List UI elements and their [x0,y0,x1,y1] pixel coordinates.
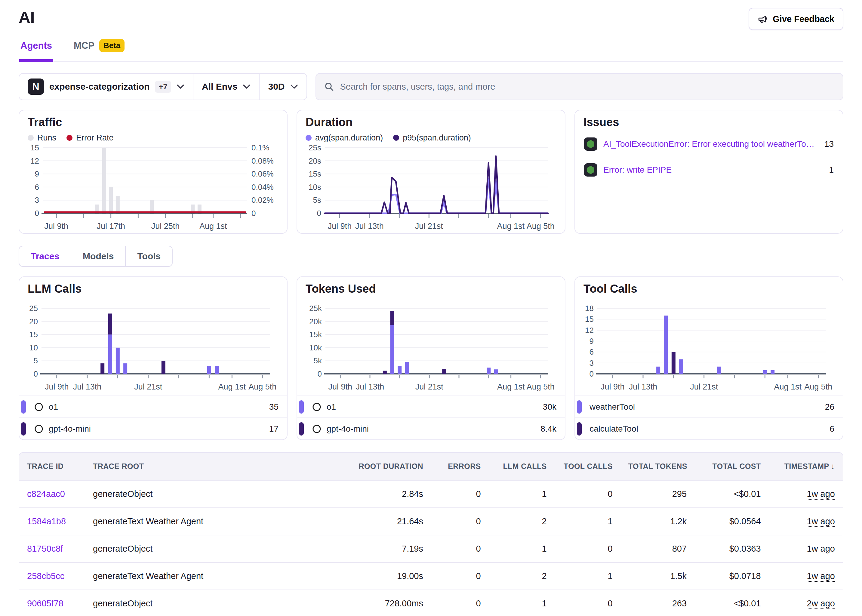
card-title: Tokens Used [306,283,556,295]
tab-mcp[interactable]: MCP Beta [72,37,126,62]
svg-text:5k: 5k [314,356,322,365]
table-row[interactable]: 90605f78 generateObject 728.00ms 0 1 0 2… [19,590,843,616]
legend-row-calculatetool[interactable]: calculateTool 6 [575,418,843,440]
legend-p95-duration: p95(span.duration) [393,133,471,143]
legend-row-gpt-4o-mini[interactable]: gpt-4o-mini 17 [19,418,287,440]
svg-text:Jul 17th: Jul 17th [97,222,125,231]
errors-cell: 0 [431,508,489,535]
svg-text:Jul 21st: Jul 21st [415,222,443,231]
series-chip [577,400,582,413]
duration-chart: 05s10s15s20s25sJul 9thJul 13thJul 21stAu… [306,145,556,234]
sort-desc-icon: ↓ [831,462,835,471]
page-title: AI [19,8,35,27]
tab-traces[interactable]: Traces [19,246,71,266]
col-total-tokens[interactable]: Total Tokens [620,453,694,480]
tab-tools[interactable]: Tools [125,246,172,266]
tool-calls-cell: 1 [554,563,620,590]
tool-calls-card: Tool Calls 0369121518Jul 9thJul 13thJul … [575,277,843,440]
chevron-down-icon [290,84,298,89]
timestamp-cell[interactable]: 1w ago [807,517,835,526]
svg-text:9: 9 [589,336,594,346]
col-llm-calls[interactable]: LLM Calls [489,453,554,480]
trace-id-link[interactable]: c824aac0 [27,489,65,499]
svg-text:0.06%: 0.06% [251,169,274,178]
ai-dashboard-page: AI Give Feedback Agents MCP Beta N expen… [0,0,862,616]
svg-text:0: 0 [251,209,256,218]
col-tool-calls[interactable]: Tool Calls [554,453,620,480]
svg-text:Jul 9th: Jul 9th [328,382,353,391]
timestamp-cell[interactable]: 1w ago [807,489,835,499]
llm-calls-card: LLM Calls 0510152025Jul 9thJul 13thJul 2… [19,277,287,440]
traces-table: Trace ID Trace Root Root Duration Errors… [19,452,843,616]
error-rate-dot [66,135,72,141]
svg-text:15k: 15k [309,330,322,339]
give-feedback-button[interactable]: Give Feedback [749,8,843,30]
search-input[interactable] [340,82,835,92]
svg-text:Jul 9th: Jul 9th [45,382,69,391]
issue-row[interactable]: AI_ToolExecutionError: Error executing t… [584,132,834,157]
trace-id-link[interactable]: 90605f78 [27,599,63,608]
tokens-used-chart: 05k10k15k20k25kJul 9thJul 13thJul 21stAu… [306,305,556,396]
col-errors[interactable]: Errors [431,453,489,480]
filter-row: N expense-categorization +7 All Envs 30D [19,73,843,100]
llm-calls-chart: 0510152025Jul 9thJul 13thJul 21stAug 1st… [28,305,278,396]
table-row[interactable]: 81750c8f generateObject 7.19s 0 1 0 807 … [19,535,843,563]
svg-text:Jul 13th: Jul 13th [73,382,102,391]
table-row[interactable]: c824aac0 generateObject 2.84s 0 1 0 295 … [19,480,843,508]
duration-card: Duration avg(span.duration) p95(span.dur… [297,110,565,234]
topbar: AI Give Feedback [19,8,843,30]
legend-row-o1[interactable]: o1 30k [297,396,565,418]
card-title: Issues [584,116,834,129]
timestamp-cell[interactable]: 2w ago [807,599,835,608]
tool-calls-cell: 0 [554,480,620,508]
col-total-cost[interactable]: Total Cost [694,453,768,480]
issue-link[interactable]: Error: write EPIPE [603,165,823,175]
issue-link[interactable]: AI_ToolExecutionError: Error executing t… [603,139,818,149]
timestamp-cell[interactable]: 1w ago [807,544,835,553]
trace-id-link[interactable]: 1584a1b8 [27,517,66,526]
legend-avg-duration: avg(span.duration) [306,133,383,143]
range-filter-dropdown[interactable]: 30D [259,74,306,99]
svg-text:6: 6 [589,347,594,357]
col-timestamp[interactable]: Timestamp↓ [769,453,843,480]
issue-row[interactable]: Error: write EPIPE 1 [584,157,834,182]
trace-root-cell: generateText Weather Agent [85,508,299,535]
chevron-down-icon [243,84,251,89]
search-box [316,73,843,100]
col-trace-id[interactable]: Trace ID [19,453,85,480]
svg-text:9: 9 [35,169,39,178]
table-row[interactable]: 1584a1b8 generateText Weather Agent 21.6… [19,508,843,535]
legend-error-rate: Error Rate [66,133,114,143]
tool-calls-cell: 0 [554,590,620,616]
svg-text:25: 25 [29,305,38,313]
timestamp-cell[interactable]: 1w ago [807,571,835,581]
col-trace-root[interactable]: Trace Root [85,453,299,480]
legend-row-gpt-4o-mini[interactable]: gpt-4o-mini 8.4k [297,418,565,440]
llm-calls-cell: 1 [489,590,554,616]
errors-cell: 0 [431,535,489,563]
range-filter-label: 30D [268,82,284,92]
card-title: LLM Calls [28,283,278,295]
table-row[interactable]: 258cb5cc generateText Weather Agent 19.0… [19,563,843,590]
legend-row-weathertool[interactable]: weatherTool 26 [575,396,843,418]
svg-text:6: 6 [35,182,39,192]
issue-count: 13 [824,139,834,149]
col-root-duration[interactable]: Root Duration [299,453,431,480]
beta-badge: Beta [99,39,124,52]
env-filter-dropdown[interactable]: All Envs [193,74,259,99]
traffic-chart: 0369121500.02%0.04%0.06%0.08%0.1%Jul 9th… [28,145,278,234]
legend-row-o1[interactable]: o1 35 [19,396,287,418]
total-tokens-cell: 807 [620,535,694,563]
trace-id-link[interactable]: 81750c8f [27,544,63,553]
tab-models[interactable]: Models [71,246,125,266]
overview-cards: Traffic Runs Error Rate 0369121500.02%0.… [19,110,843,234]
project-filter-dropdown[interactable]: N expense-categorization +7 [19,74,193,99]
svg-text:Jul 21st: Jul 21st [415,382,444,391]
tab-mcp-label: MCP [74,40,94,51]
card-title: Duration [306,116,556,129]
tab-agents[interactable]: Agents [19,37,53,62]
svg-text:Aug 5th: Aug 5th [527,382,554,391]
llm-calls-cell: 1 [489,535,554,563]
trace-id-link[interactable]: 258cb5cc [27,571,64,581]
svg-text:Aug 1st: Aug 1st [497,222,525,231]
